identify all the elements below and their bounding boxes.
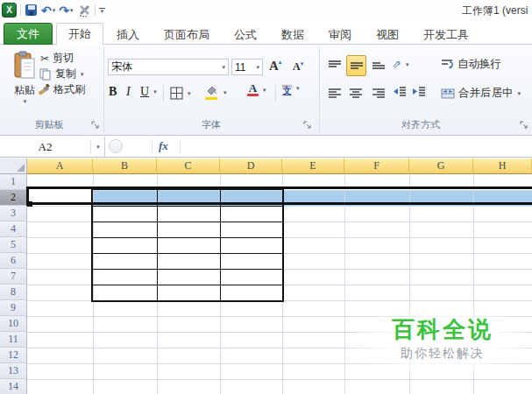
customize-qat-button[interactable]: ▾ (99, 8, 105, 13)
tab-数据[interactable]: 数据 (270, 25, 316, 45)
chevron-down-icon[interactable]: ▾ (53, 7, 56, 14)
row-header-10[interactable]: 10 (0, 316, 27, 332)
align-middle-button[interactable] (346, 55, 366, 76)
font-color-letter: A (247, 83, 259, 94)
select-all-button[interactable] (0, 158, 27, 174)
watermark-subtitle: 助你轻松解决 (364, 346, 521, 362)
align-left-button[interactable] (325, 84, 344, 103)
align-center-button[interactable] (346, 84, 365, 103)
tab-插入[interactable]: 插入 (105, 25, 151, 45)
grow-font-button[interactable]: A▴ (269, 59, 281, 74)
tab-页面布局[interactable]: 页面布局 (153, 25, 221, 45)
row-header-8[interactable]: 8 (0, 285, 27, 300)
clipboard-group-label: 剪贴板 (0, 118, 98, 131)
italic-button[interactable]: I (126, 85, 131, 99)
orientation-button[interactable]: ⇗ ▾ (392, 58, 408, 71)
bold-button[interactable]: B (109, 85, 117, 99)
fill-color-bar (205, 97, 217, 100)
row-header-14[interactable]: 14 (0, 379, 27, 394)
row-header-2[interactable]: 2 (0, 190, 27, 206)
wrap-text-button[interactable]: 自动换行 (441, 57, 501, 72)
selection-border-bottom (27, 202, 532, 205)
table-inner-hline (93, 269, 282, 270)
align-top-button[interactable] (325, 56, 344, 75)
format-painter-button[interactable]: 格式刷 (38, 82, 85, 97)
shrink-font-button[interactable]: A▾ (293, 60, 303, 74)
row-header-12[interactable]: 12 (0, 348, 27, 363)
merge-center-label: 合并后居中 (458, 86, 514, 101)
row-header-11[interactable]: 11 (0, 332, 27, 348)
merge-center-button[interactable]: 合并后居中 ▾ (441, 86, 521, 101)
divider (95, 4, 96, 16)
tab-审阅[interactable]: 审阅 (317, 25, 363, 45)
align-right-button[interactable] (369, 84, 388, 103)
row-header-7[interactable]: 7 (0, 269, 27, 285)
diagonal-text-icon: ⇗ (392, 58, 401, 71)
column-header-A[interactable]: A (27, 158, 93, 174)
row-header-13[interactable]: 13 (0, 363, 27, 379)
chevron-down-icon: ▾ (81, 71, 84, 78)
phonetic-guide-button[interactable]: wén 文 ▾ (282, 83, 300, 94)
column-header-H[interactable]: H (473, 158, 532, 174)
format-painter-icon (38, 84, 50, 96)
column-header-D[interactable]: D (220, 158, 282, 174)
column-header-E[interactable]: E (282, 158, 344, 174)
redo-button[interactable]: ↷ ▾ (59, 4, 73, 17)
excel-logo-icon[interactable]: X (2, 3, 17, 18)
name-box-value: A2 (0, 140, 90, 154)
alignment-dialog-launcher[interactable] (520, 121, 529, 130)
tab-开发工具[interactable]: 开发工具 (412, 25, 480, 45)
tab-公式[interactable]: 公式 (223, 25, 268, 45)
scissors-icon: ✂ (40, 53, 49, 65)
formula-input[interactable] (182, 140, 528, 154)
tab-视图[interactable]: 视图 (365, 25, 410, 45)
borders-grid-icon (170, 87, 183, 100)
name-box[interactable]: A2 ▾ (0, 137, 105, 157)
column-header-F[interactable]: F (344, 158, 409, 174)
formula-bar-handle[interactable] (109, 139, 123, 153)
down-caret-icon: ▾ (301, 60, 304, 67)
column-header-C[interactable]: C (157, 158, 220, 174)
underline-button[interactable]: U ▾ (140, 85, 157, 99)
row-header-1[interactable]: 1 (0, 174, 27, 190)
tools-button[interactable] (77, 4, 91, 18)
decrease-indent-button[interactable] (393, 86, 408, 100)
insert-function-button[interactable]: fx (159, 139, 168, 153)
font-group-label: 字体 (103, 118, 319, 131)
excel-window: X ↶ ▾ ↷ ▾ (0, 0, 532, 394)
fill-color-button[interactable]: ▾ (205, 85, 227, 100)
merge-center-icon (441, 88, 455, 99)
copy-button[interactable]: 复制 ▾ (39, 67, 84, 81)
row-header-4[interactable]: 4 (0, 222, 27, 237)
worksheet-grid[interactable]: ABCDEFGH1234567891011121314百科全说助你轻松解决 (0, 158, 532, 394)
format-painter-label: 格式刷 (53, 82, 85, 97)
save-button[interactable] (25, 4, 38, 17)
table-inner-hline (93, 222, 282, 222)
clipboard-dialog-launcher[interactable] (91, 121, 101, 130)
fill-handle[interactable] (27, 201, 32, 207)
font-size-combo[interactable]: 11 ▾ (231, 59, 263, 75)
quick-access-toolbar: X ↶ ▾ ↷ ▾ (2, 3, 105, 18)
align-bottom-button[interactable] (369, 56, 388, 75)
row-header-5[interactable]: 5 (0, 237, 27, 253)
row-header-3[interactable]: 3 (0, 206, 27, 222)
shrink-font-letter: A (293, 60, 301, 73)
tab-file[interactable]: 文件 (4, 23, 53, 45)
font-color-button[interactable]: A ▾ (247, 83, 266, 96)
cut-button[interactable]: ✂ 剪切 (40, 51, 74, 66)
font-name-combo[interactable]: 宋体 ▾ (108, 59, 229, 75)
row-header-6[interactable]: 6 (0, 253, 27, 269)
name-box-dropdown[interactable]: ▾ (90, 139, 104, 154)
ribbon-tabs: 文件 开始插入页面布局公式数据审阅视图开发工具 (4, 23, 482, 45)
increase-indent-button[interactable] (412, 86, 427, 100)
borders-button[interactable]: ▾ (170, 87, 191, 100)
grow-font-letter: A (269, 59, 279, 73)
alignment-group-label: 对齐方式 (319, 118, 522, 131)
column-header-B[interactable]: B (93, 158, 157, 174)
chevron-down-icon[interactable]: ▾ (70, 7, 74, 14)
row-header-9[interactable]: 9 (0, 300, 27, 316)
tab-开始[interactable]: 开始 (56, 23, 103, 46)
column-header-G[interactable]: G (409, 158, 473, 174)
font-dialog-launcher[interactable] (303, 121, 313, 130)
undo-button[interactable]: ↶ ▾ (41, 4, 55, 17)
